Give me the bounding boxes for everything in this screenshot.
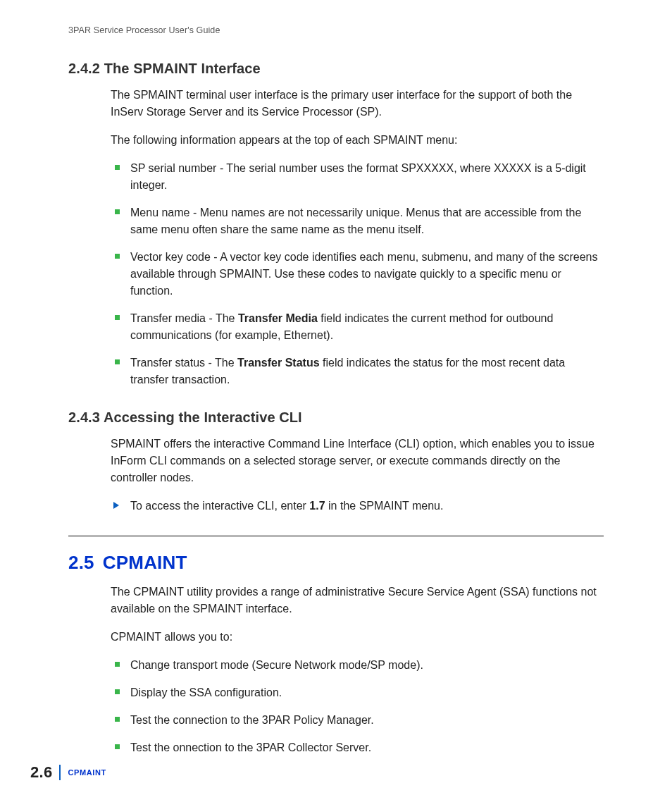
list-item: Test the onnection to the 3PAR Collector…	[127, 739, 604, 756]
paragraph: SPMAINT offers the interactive Command L…	[111, 436, 604, 486]
heading-title: CPMAINT	[103, 552, 187, 573]
heading-2-4-3: 2.4.3 Accessing the Interactive CLI	[68, 409, 604, 426]
paragraph: CPMAINT allows you to:	[111, 629, 604, 646]
bold-text: Transfer Media	[238, 312, 318, 324]
running-head: 3PAR Service Processor User's Guide	[68, 25, 220, 35]
paragraph: The following information appears at the…	[111, 132, 604, 149]
footer-divider	[59, 765, 61, 780]
list-item: Menu name - Menu names are not necessari…	[127, 204, 604, 238]
bullet-list: Change transport mode (Secure Network mo…	[111, 657, 604, 756]
section-2-4-2-body: The SPMAINT terminal user interface is t…	[111, 87, 604, 388]
text-run: in the SPMAINT menu.	[325, 500, 444, 512]
section-2-5-body: The CPMAINT utility provides a range of …	[111, 584, 604, 756]
list-item: SP serial number - The serial number use…	[127, 160, 604, 194]
page: 3PAR Service Processor User's Guide 2.4.…	[0, 0, 672, 807]
bold-text: Transfer Status	[237, 357, 319, 369]
section-divider	[68, 536, 604, 536]
paragraph: The CPMAINT utility provides a range of …	[111, 584, 604, 617]
section-2-4-3-body: SPMAINT offers the interactive Command L…	[111, 436, 604, 515]
list-item: Vector key code - A vector key code iden…	[127, 249, 604, 300]
text-run: Transfer media - The	[130, 312, 238, 324]
list-item: To access the interactive CLI, enter 1.7…	[127, 498, 604, 515]
paragraph: The SPMAINT terminal user interface is t…	[111, 87, 604, 121]
heading-2-4-2: 2.4.2 The SPMAINT Interface	[68, 61, 604, 77]
main-content: 2.4.2 The SPMAINT Interface The SPMAINT …	[68, 61, 604, 767]
list-item: Transfer media - The Transfer Media fiel…	[127, 310, 604, 344]
heading-number: 2.5	[68, 552, 94, 573]
list-item: Transfer status - The Transfer Status fi…	[127, 355, 604, 388]
arrow-icon	[113, 502, 119, 509]
bold-text: 1.7	[309, 500, 325, 512]
list-item: Display the SSA configuration.	[127, 684, 604, 701]
bullet-list: SP serial number - The serial number use…	[111, 160, 604, 388]
page-number: 2.6	[30, 763, 52, 782]
list-item: Change transport mode (Secure Network mo…	[127, 657, 604, 674]
text-run: Transfer status - The	[130, 357, 237, 369]
footer-section-label: CPMAINT	[68, 768, 106, 777]
step-list: To access the interactive CLI, enter 1.7…	[111, 498, 604, 515]
text-run: To access the interactive CLI, enter	[130, 500, 309, 512]
list-item: Test the connection to the 3PAR Policy M…	[127, 712, 604, 729]
page-footer: 2.6 CPMAINT	[30, 763, 106, 782]
heading-2-5: 2.5CPMAINT	[68, 552, 604, 574]
